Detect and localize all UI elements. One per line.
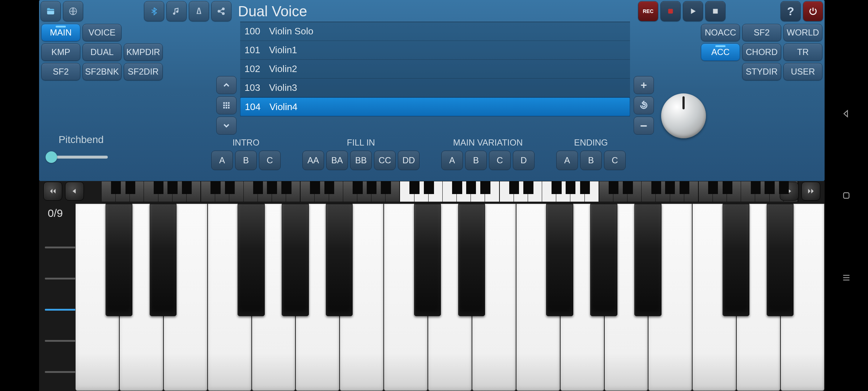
- pause-stop-button[interactable]: [705, 1, 726, 21]
- fillin-cc[interactable]: CC: [374, 151, 396, 170]
- octave-indicator: 0/9: [48, 207, 63, 219]
- black-key[interactable]: [106, 204, 132, 316]
- mini-keyboard-overview[interactable]: [101, 181, 799, 202]
- bluetooth-icon[interactable]: [144, 1, 164, 21]
- black-key[interactable]: [238, 204, 264, 316]
- scroll-down-icon[interactable]: [216, 117, 237, 135]
- black-key[interactable]: [634, 204, 661, 316]
- tab-sf2bnk[interactable]: SF2BNK: [82, 63, 122, 80]
- tab-dual[interactable]: DUAL: [82, 43, 122, 61]
- tab-chord[interactable]: CHORD: [742, 43, 781, 61]
- white-key[interactable]: [384, 203, 428, 391]
- tab-user[interactable]: USER: [783, 63, 822, 80]
- mainvar-a[interactable]: A: [441, 151, 463, 170]
- reset-icon[interactable]: [634, 96, 654, 114]
- black-key[interactable]: [767, 204, 793, 316]
- black-key[interactable]: [723, 204, 749, 316]
- black-key[interactable]: [150, 204, 176, 316]
- svg-rect-15: [843, 193, 849, 198]
- tab-rsf2[interactable]: SF2: [742, 24, 781, 41]
- voice-item[interactable]: 102 Violin2: [240, 60, 630, 79]
- recents-icon[interactable]: [842, 269, 851, 286]
- vel-bar: [45, 309, 77, 311]
- black-key[interactable]: [590, 204, 617, 316]
- svg-rect-6: [223, 102, 225, 104]
- home-icon[interactable]: [842, 187, 851, 203]
- piano-keys: [75, 203, 825, 391]
- section-label-mainvar: MAIN VARIATION: [441, 138, 535, 148]
- fillin-aa[interactable]: AA: [302, 151, 324, 170]
- voice-name: Violin3: [269, 82, 297, 93]
- tab-kmpdir[interactable]: KMPDIR: [124, 43, 163, 61]
- tab-tr[interactable]: TR: [783, 43, 822, 61]
- play-button[interactable]: [683, 1, 703, 21]
- black-key[interactable]: [282, 204, 309, 316]
- octave-fast-down-icon[interactable]: [43, 182, 62, 201]
- tab-main[interactable]: MAIN: [41, 24, 80, 41]
- fillin-dd[interactable]: DD: [398, 151, 420, 170]
- tab-world[interactable]: WORLD: [783, 24, 822, 41]
- mainvar-c[interactable]: C: [489, 151, 511, 170]
- pitchbend-track[interactable]: [50, 156, 108, 159]
- folder-icon[interactable]: [41, 1, 61, 21]
- fillin-bb[interactable]: BB: [350, 151, 372, 170]
- help-button[interactable]: ?: [780, 1, 801, 21]
- white-key[interactable]: [692, 203, 736, 391]
- android-nav-bar: [825, 0, 868, 391]
- octave-fast-up-icon[interactable]: [801, 182, 820, 201]
- mainvar-b[interactable]: B: [465, 151, 487, 170]
- ending-c[interactable]: C: [604, 151, 626, 170]
- intro-b[interactable]: B: [235, 151, 257, 170]
- scroll-up-icon[interactable]: [216, 76, 237, 94]
- octave-down-icon[interactable]: [65, 182, 84, 201]
- back-icon[interactable]: [842, 105, 851, 122]
- metronome-icon[interactable]: [189, 1, 209, 21]
- white-key[interactable]: [75, 203, 119, 391]
- stop-button[interactable]: [660, 1, 681, 21]
- black-key[interactable]: [326, 204, 353, 316]
- tab-voice[interactable]: VOICE: [82, 24, 122, 41]
- add-icon[interactable]: +: [634, 76, 654, 94]
- mainvar-d[interactable]: D: [513, 151, 535, 170]
- tab-sf2dir[interactable]: SF2DIR: [124, 63, 163, 80]
- remove-icon[interactable]: −: [634, 117, 654, 135]
- white-key[interactable]: [208, 203, 252, 391]
- vel-bar: [45, 371, 77, 373]
- tab-stydir[interactable]: STYDIR: [742, 63, 781, 80]
- tab-acc[interactable]: ACC: [701, 43, 740, 61]
- tab-sf2[interactable]: SF2: [41, 63, 80, 80]
- share-icon[interactable]: [211, 1, 231, 21]
- pitchbend-thumb[interactable]: [46, 151, 57, 163]
- white-key[interactable]: [516, 203, 560, 391]
- intro-c[interactable]: C: [259, 151, 281, 170]
- voice-item[interactable]: 100 Violin Solo: [240, 22, 630, 41]
- black-key[interactable]: [414, 204, 441, 316]
- voice-item[interactable]: 101 Violin1: [240, 41, 630, 60]
- vel-bar: [45, 278, 77, 279]
- voice-num: 101: [244, 45, 264, 56]
- velocity-meter[interactable]: [45, 232, 77, 387]
- power-button[interactable]: [803, 1, 823, 21]
- section-label-intro: INTRO: [211, 138, 281, 148]
- vel-bar: [45, 340, 77, 342]
- music-library-icon[interactable]: [166, 1, 187, 21]
- fillin-ba[interactable]: BA: [326, 151, 348, 170]
- record-button[interactable]: REC: [638, 1, 658, 21]
- grid-view-icon[interactable]: [216, 96, 237, 114]
- tab-kmp[interactable]: KMP: [41, 43, 80, 61]
- black-key[interactable]: [458, 204, 485, 316]
- svg-rect-11: [228, 105, 229, 106]
- tab-noacc[interactable]: NOACC: [701, 24, 740, 41]
- voice-list-controls: [216, 76, 237, 135]
- ending-a[interactable]: A: [556, 151, 578, 170]
- ending-b[interactable]: B: [580, 151, 602, 170]
- voice-name: Violin4: [269, 101, 298, 113]
- globe-icon[interactable]: [63, 1, 83, 21]
- voice-name: Violin2: [269, 63, 297, 75]
- black-key[interactable]: [546, 204, 573, 316]
- voice-item[interactable]: 103 Violin3: [240, 79, 630, 97]
- tempo-knob[interactable]: [661, 93, 706, 138]
- intro-a[interactable]: A: [211, 151, 233, 170]
- style-sections: INTRO A B C FILL IN AA BA BB CC DD MAIN: [211, 138, 626, 170]
- voice-item[interactable]: 104 Violin4: [240, 97, 630, 116]
